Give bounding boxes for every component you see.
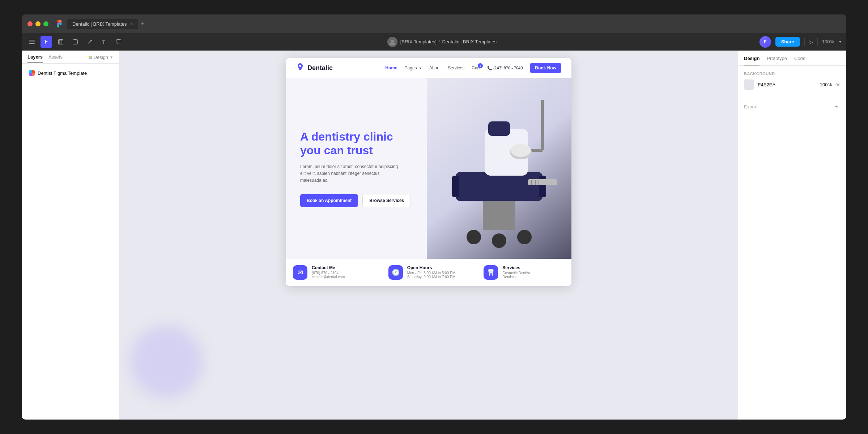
breadcrumb-file: Dentalic | BRIX Templates: [442, 39, 497, 44]
tab-design[interactable]: Design: [744, 56, 760, 65]
svg-point-12: [391, 40, 394, 43]
hero-left: A dentistry clinic you can trust Lorem i…: [286, 78, 427, 259]
svg-rect-8: [73, 39, 78, 44]
new-tab-button[interactable]: +: [138, 21, 147, 27]
nav-pages[interactable]: Pages ▼: [405, 65, 422, 70]
collaborator-avatar: F: [760, 36, 771, 48]
nav-links: Home Pages ▼ About Services Cart 1 📞 (14: [385, 63, 561, 73]
tab-close-icon[interactable]: ✕: [130, 22, 133, 26]
hours-saturday: Saturday: 9:00 AM to 7:00 PM: [407, 275, 455, 279]
figma-file-icon: [29, 70, 35, 76]
nav-phone: 📞 (147) 870 - 7040: [487, 66, 523, 70]
export-section: Export +: [744, 102, 841, 111]
share-button[interactable]: Share: [775, 37, 800, 47]
comment-tool[interactable]: [113, 36, 124, 48]
svg-rect-28: [528, 179, 557, 185]
toolbar: T [BRIX Templates] / Dentalic | BRIX Tem…: [22, 33, 846, 51]
close-button[interactable]: [27, 21, 33, 26]
svg-point-20: [467, 230, 481, 244]
zoom-chevron[interactable]: ▼: [838, 40, 842, 44]
tab-prototype[interactable]: Prototype: [767, 56, 787, 65]
svg-rect-0: [29, 40, 35, 40]
contact-content: Contact Me (870) 870 - 2104 contact@dent…: [312, 265, 345, 279]
right-panel-content: Background E4E2EA 100% 👁 Export +: [738, 66, 846, 117]
design-tag[interactable]: Design ▼: [89, 54, 113, 63]
nav-home[interactable]: Home: [385, 65, 397, 70]
right-panel-tabs: Design Prototype Code: [738, 51, 846, 66]
svg-rect-11: [116, 39, 121, 43]
traffic-lights: [27, 21, 48, 26]
site-logo: Dentalic: [296, 63, 333, 73]
services-icon: 🦷: [484, 265, 498, 280]
shape-tool[interactable]: [69, 36, 81, 48]
svg-point-22: [517, 230, 532, 244]
nav-cart[interactable]: Cart 1: [472, 65, 480, 70]
browser-tab[interactable]: Dentalic | BRIX Templates ✕: [67, 19, 138, 29]
minimize-button[interactable]: [35, 21, 41, 26]
pages-chevron: ▼: [419, 66, 422, 70]
svg-point-21: [492, 233, 506, 248]
svg-point-13: [299, 65, 301, 67]
svg-rect-1: [29, 42, 35, 42]
svg-rect-15: [456, 172, 542, 201]
maximize-button[interactable]: [43, 21, 48, 26]
select-tool[interactable]: [41, 36, 52, 48]
bg-property: E4E2EA 100% 👁: [744, 80, 841, 90]
layer-item-dentist[interactable]: Dentist Figma Template: [26, 68, 115, 78]
hero-buttons: Book an Appointment Browse Services: [300, 194, 412, 207]
svg-rect-3: [59, 39, 63, 44]
background-label: Background: [744, 72, 841, 76]
pen-tool[interactable]: [84, 36, 95, 48]
svg-rect-23: [488, 121, 510, 136]
nav-book-button[interactable]: Book Now: [530, 63, 561, 73]
nav-about[interactable]: About: [429, 65, 441, 70]
services-content: Services Cosmetic Dentist Dentistss...: [502, 265, 530, 279]
browse-services-button[interactable]: Browse Services: [362, 194, 411, 207]
logo-icon: [296, 63, 305, 73]
tab-title: Dentalic | BRIX Templates: [72, 21, 127, 27]
canvas[interactable]: Dentalic Home Pages ▼ About Services Car…: [119, 51, 738, 420]
canvas-decoration: [130, 326, 203, 398]
hours-icon: 🕐: [388, 265, 403, 280]
layer-label: Dentist Figma Template: [38, 70, 87, 76]
bg-hex-value[interactable]: E4E2EA: [758, 82, 816, 87]
svg-rect-2: [29, 43, 35, 44]
book-appointment-button[interactable]: Book an Appointment: [300, 194, 358, 207]
zoom-level[interactable]: 100%: [822, 39, 834, 44]
hero-title-highlight: dentistry clinic: [311, 130, 393, 143]
bg-opacity-value[interactable]: 100%: [820, 82, 832, 87]
contact-phone: (870) 870 - 2104: [312, 271, 345, 275]
tab-code[interactable]: Code: [794, 56, 805, 65]
hero-right: [427, 78, 571, 259]
svg-rect-18: [539, 176, 546, 197]
toolbar-right: F Share ▷ 100% ▼: [760, 36, 842, 48]
play-button[interactable]: ▷: [809, 39, 813, 45]
bg-color-swatch[interactable]: [744, 80, 754, 90]
right-panel: Design Prototype Code Background E4E2EA …: [738, 51, 846, 420]
info-card-contact: ✉ Contact Me (870) 870 - 2104 contact@de…: [286, 259, 381, 286]
services-item2: Dentistss...: [502, 275, 530, 279]
website-preview: Dentalic Home Pages ▼ About Services Car…: [286, 58, 571, 286]
titlebar: Dentalic | BRIX Templates ✕ +: [22, 14, 846, 33]
hours-content: Open Hours Mon - Fri: 8:00 AM to 5:00 PM…: [407, 265, 455, 279]
hero-title: A dentistry clinic you can trust: [300, 130, 412, 158]
hours-title: Open Hours: [407, 265, 455, 270]
toolbar-separator: [804, 38, 805, 46]
left-panel: Layers Assets Design ▼ Dentist Figma Tem…: [22, 51, 119, 420]
user-avatar: [387, 37, 397, 47]
tab-layers[interactable]: Layers: [27, 54, 43, 63]
contact-title: Contact Me: [312, 265, 345, 270]
text-tool[interactable]: T: [98, 36, 110, 48]
cart-badge: 1: [478, 63, 483, 68]
visibility-icon[interactable]: 👁: [835, 82, 841, 87]
info-card-services: 🦷 Services Cosmetic Dentist Dentistss...: [476, 259, 571, 286]
nav-services[interactable]: Services: [448, 65, 464, 70]
frame-tool[interactable]: [55, 36, 67, 48]
svg-point-9: [89, 42, 89, 43]
site-nav: Dentalic Home Pages ▼ About Services Car…: [286, 58, 571, 78]
contact-icon: ✉: [293, 265, 307, 280]
menu-button[interactable]: [26, 36, 38, 48]
tab-assets[interactable]: Assets: [48, 54, 63, 63]
svg-rect-17: [452, 176, 459, 197]
export-add-button[interactable]: +: [832, 102, 841, 111]
